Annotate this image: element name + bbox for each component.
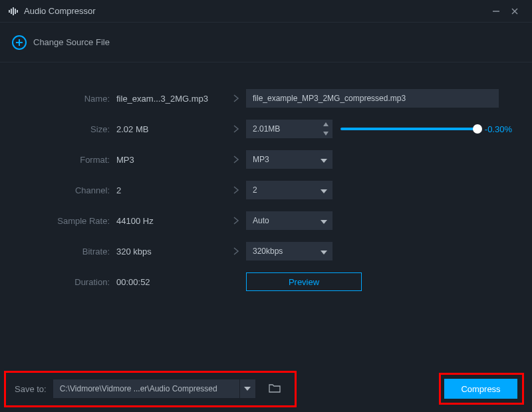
- row-bitrate: Bitrate: 320 kbps 320kbps: [20, 242, 512, 260]
- toolbar: Change Source File: [0, 23, 532, 62]
- row-sample-rate: Sample Rate: 44100 Hz Auto: [20, 211, 512, 230]
- original-name: file_exam...3_2MG.mp3: [116, 94, 226, 104]
- size-slider[interactable]: [340, 128, 478, 130]
- label-bitrate: Bitrate:: [20, 247, 116, 257]
- size-down-button[interactable]: [319, 129, 332, 138]
- slider-thumb[interactable]: [473, 124, 482, 134]
- svg-rect-1: [11, 9, 12, 14]
- svg-rect-3: [15, 9, 16, 14]
- original-sample-rate: 44100 Hz: [116, 216, 226, 226]
- original-duration: 00:00:52: [116, 277, 226, 287]
- original-format: MP3: [116, 155, 226, 165]
- saveto-path-dropdown[interactable]: C:\Vidmore\Vidmore ...er\Audio Compresse…: [53, 379, 255, 398]
- minimize-button[interactable]: [487, 2, 505, 21]
- row-channel: Channel: 2 2: [20, 181, 512, 199]
- sample-rate-value: Auto: [253, 216, 321, 225]
- change-source-file-button[interactable]: Change Source File: [12, 35, 110, 50]
- sample-rate-dropdown[interactable]: Auto: [246, 211, 332, 230]
- arrow-icon: [226, 125, 246, 133]
- size-up-button[interactable]: [319, 120, 332, 129]
- original-size: 2.02 MB: [116, 124, 226, 134]
- label-name: Name:: [20, 94, 116, 104]
- channel-value: 2: [253, 185, 321, 195]
- original-bitrate: 320 kbps: [116, 247, 226, 257]
- title-bar: Audio Compressor: [0, 0, 532, 23]
- label-channel: Channel:: [20, 185, 116, 195]
- bottom-bar: Save to: C:\Vidmore\Vidmore ...er\Audio …: [0, 365, 532, 412]
- target-name-input[interactable]: [246, 89, 499, 108]
- target-size-spinner[interactable]: 2.01MB: [246, 120, 332, 138]
- bitrate-value: 320kbps: [253, 247, 321, 256]
- close-button[interactable]: [505, 2, 524, 21]
- saveto-path-value: C:\Vidmore\Vidmore ...er\Audio Compresse…: [53, 384, 239, 393]
- form-area: Name: file_exam...3_2MG.mp3 Size: 2.02 M…: [0, 62, 532, 291]
- chevron-down-icon: [321, 247, 327, 257]
- arrow-icon: [226, 155, 246, 163]
- app-icon: [8, 6, 19, 17]
- label-format: Format:: [20, 155, 116, 165]
- chevron-down-icon: [321, 155, 327, 165]
- svg-rect-4: [17, 10, 18, 13]
- svg-rect-2: [13, 7, 14, 15]
- change-source-label: Change Source File: [33, 37, 110, 47]
- app-title: Audio Compressor: [24, 6, 487, 16]
- label-duration: Duration:: [20, 277, 116, 287]
- chevron-down-icon: [321, 185, 327, 195]
- chevron-down-icon[interactable]: [239, 379, 255, 398]
- plus-circle-icon: [12, 35, 27, 50]
- saveto-label: Save to:: [15, 384, 47, 394]
- preview-button[interactable]: Preview: [246, 272, 362, 291]
- open-folder-button[interactable]: [269, 383, 281, 394]
- format-dropdown[interactable]: MP3: [246, 150, 332, 169]
- size-percent: -0.30%: [485, 124, 512, 134]
- arrow-icon: [226, 186, 246, 194]
- svg-rect-0: [9, 10, 10, 13]
- label-size: Size:: [20, 124, 116, 134]
- chevron-down-icon: [321, 216, 327, 226]
- row-duration: Duration: 00:00:52 Preview: [20, 272, 512, 291]
- row-name: Name: file_exam...3_2MG.mp3: [20, 89, 512, 108]
- channel-dropdown[interactable]: 2: [246, 181, 332, 199]
- target-size-value: 2.01MB: [246, 124, 319, 134]
- label-sample-rate: Sample Rate:: [20, 216, 116, 226]
- row-format: Format: MP3 MP3: [20, 150, 512, 169]
- format-value: MP3: [253, 155, 321, 164]
- arrow-icon: [226, 247, 246, 255]
- arrow-icon: [226, 217, 246, 225]
- bitrate-dropdown[interactable]: 320kbps: [246, 242, 332, 260]
- row-size: Size: 2.02 MB 2.01MB -0.30%: [20, 120, 512, 138]
- compress-button[interactable]: Compress: [444, 379, 517, 399]
- arrow-icon: [226, 94, 246, 102]
- original-channel: 2: [116, 185, 226, 195]
